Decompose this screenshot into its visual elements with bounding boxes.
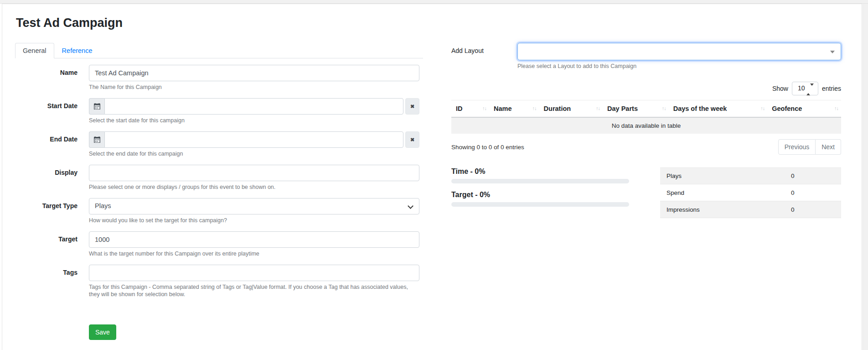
table-header-row: ID ↑↓ Name ↑↓ Duration ↑↓ Day Parts ↑↓ bbox=[451, 100, 841, 118]
target-label: Target bbox=[15, 231, 89, 257]
calendar-icon bbox=[89, 131, 104, 148]
dropdown-arrow-icon bbox=[830, 51, 835, 53]
stat-row-impressions: Impressions 0 bbox=[660, 201, 841, 218]
chevron-down-icon bbox=[408, 203, 413, 209]
time-progress-bar bbox=[451, 179, 629, 183]
page-length-value: 10 bbox=[798, 84, 805, 92]
stat-value: 0 bbox=[791, 189, 835, 196]
column-header-duration[interactable]: Duration ↑↓ bbox=[539, 100, 603, 118]
sort-icon: ↑↓ bbox=[532, 105, 537, 111]
start-date-helper: Select the start date for this campaign bbox=[89, 117, 419, 124]
display-helper: Please select one or more displays / gro… bbox=[89, 183, 419, 191]
column-header-geofence[interactable]: Geofence ↑↓ bbox=[767, 100, 841, 118]
display-input[interactable] bbox=[89, 165, 419, 181]
column-header-id[interactable]: ID ↑↓ bbox=[451, 100, 489, 118]
start-date-input[interactable] bbox=[104, 98, 403, 115]
add-layout-label: Add Layout bbox=[451, 43, 517, 60]
end-date-field-group: End Date ✖ Select the end date for this … bbox=[15, 131, 423, 157]
tags-input[interactable] bbox=[89, 265, 419, 281]
add-layout-helper: Please select a Layout to add to this Ca… bbox=[517, 63, 841, 70]
start-date-field-group: Start Date ✖ Select the start date for t… bbox=[15, 98, 423, 124]
next-page-button[interactable]: Next bbox=[816, 139, 841, 155]
target-progress-bar bbox=[451, 202, 629, 207]
clear-end-date-button[interactable]: ✖ bbox=[405, 131, 419, 148]
sort-icon: ↑↓ bbox=[834, 105, 838, 111]
end-date-input[interactable] bbox=[104, 131, 403, 148]
target-input[interactable] bbox=[89, 231, 419, 248]
target-type-select[interactable]: Plays bbox=[89, 198, 419, 214]
name-input[interactable] bbox=[89, 65, 419, 81]
progress-section: Time - 0% Target - 0% bbox=[451, 167, 629, 218]
target-type-label: Target Type bbox=[15, 198, 89, 224]
spinner-arrows-icon bbox=[806, 86, 814, 93]
page-length-control: Show 10 entries bbox=[451, 82, 841, 95]
entries-label: entries bbox=[822, 85, 841, 92]
target-type-helper: How would you like to set the target for… bbox=[89, 217, 419, 224]
stat-label: Impressions bbox=[666, 206, 791, 213]
end-date-helper: Select the end date for this campaign bbox=[89, 150, 419, 157]
window-top-strip bbox=[0, 0, 868, 4]
column-header-day-parts[interactable]: Day Parts ↑↓ bbox=[603, 100, 669, 118]
tags-helper: Tags for this Campaign - Comma separated… bbox=[89, 283, 419, 298]
start-date-label: Start Date bbox=[15, 98, 89, 124]
tab-general[interactable]: General bbox=[15, 43, 54, 58]
empty-table-message: No data available in table bbox=[451, 117, 841, 134]
sort-icon: ↑↓ bbox=[760, 105, 765, 111]
column-header-days-of-week[interactable]: Days of the week ↑↓ bbox=[669, 100, 768, 118]
pagination: Previous Next bbox=[778, 139, 841, 155]
layouts-panel: Add Layout Please select a Layout to add… bbox=[451, 43, 841, 218]
target-progress-group: Target - 0% bbox=[451, 191, 629, 207]
tags-label: Tags bbox=[15, 265, 89, 340]
time-progress-label: Time - 0% bbox=[451, 167, 629, 176]
column-header-name[interactable]: Name ↑↓ bbox=[489, 100, 539, 118]
tab-bar: General Reference bbox=[15, 43, 423, 58]
display-field-group: Display Please select one or more displa… bbox=[15, 165, 423, 191]
layouts-table: ID ↑↓ Name ↑↓ Duration ↑↓ Day Parts ↑↓ bbox=[451, 100, 841, 134]
end-date-label: End Date bbox=[15, 131, 89, 157]
stat-value: 0 bbox=[791, 172, 835, 179]
stat-label: Plays bbox=[666, 172, 791, 179]
target-field-group: Target What is the target number for thi… bbox=[15, 231, 423, 257]
name-field-group: Name The Name for this Campaign bbox=[15, 65, 423, 91]
save-button[interactable]: Save bbox=[89, 324, 116, 340]
stat-label: Spend bbox=[666, 189, 791, 196]
name-helper: The Name for this Campaign bbox=[89, 84, 419, 91]
sort-icon: ↑↓ bbox=[662, 105, 666, 111]
tab-reference[interactable]: Reference bbox=[54, 43, 100, 58]
campaign-form: Name The Name for this Campaign Start Da… bbox=[15, 65, 423, 340]
previous-page-button[interactable]: Previous bbox=[778, 139, 816, 155]
campaign-form-panel: General Reference Name The Name for this… bbox=[15, 43, 423, 347]
display-label: Display bbox=[15, 165, 89, 191]
campaign-card: Test Ad Campaign General Reference Name … bbox=[2, 4, 862, 350]
target-helper: What is the target number for this Campa… bbox=[89, 250, 419, 257]
clear-start-date-button[interactable]: ✖ bbox=[405, 98, 419, 115]
vertical-scrollbar[interactable] bbox=[863, 4, 868, 350]
target-progress-label: Target - 0% bbox=[451, 191, 629, 199]
stat-value: 0 bbox=[791, 206, 835, 213]
page-title: Test Ad Campaign bbox=[16, 16, 841, 30]
calendar-icon bbox=[89, 98, 104, 115]
time-progress-group: Time - 0% bbox=[451, 167, 629, 183]
tags-field-group: Tags Tags for this Campaign - Comma sepa… bbox=[15, 265, 423, 340]
table-summary: Showing 0 to 0 of 0 entries bbox=[451, 144, 524, 151]
sort-icon: ↑↓ bbox=[482, 105, 486, 111]
name-label: Name bbox=[15, 65, 89, 91]
page-length-select[interactable]: 10 bbox=[792, 82, 818, 95]
target-type-selected-value: Plays bbox=[95, 202, 111, 209]
empty-table-row: No data available in table bbox=[451, 117, 841, 134]
stat-row-plays: Plays 0 bbox=[660, 167, 841, 184]
show-label: Show bbox=[772, 85, 788, 92]
sort-icon: ↑↓ bbox=[596, 105, 600, 111]
stats-list: Plays 0 Spend 0 Impressions 0 bbox=[660, 167, 841, 218]
target-type-field-group: Target Type Plays How would you like to … bbox=[15, 198, 423, 224]
add-layout-select[interactable] bbox=[517, 43, 841, 60]
stat-row-spend: Spend 0 bbox=[660, 184, 841, 201]
